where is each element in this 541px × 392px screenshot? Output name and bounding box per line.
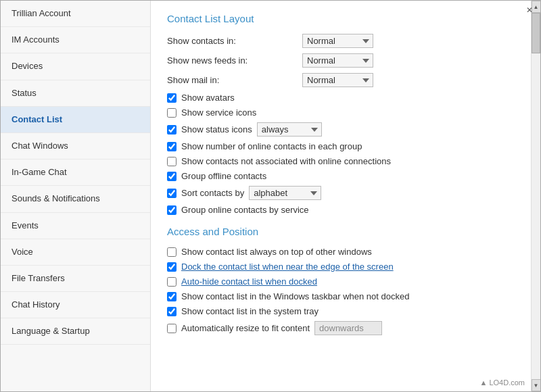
- scroll-down-arrow[interactable]: ▼: [532, 379, 541, 391]
- sidebar-item-voice[interactable]: Voice: [1, 239, 150, 266]
- sidebar-item-in-game-chat[interactable]: In-Game Chat: [1, 160, 150, 186]
- settings-sidebar: Trillian AccountIM AccountsDevicesStatus…: [1, 1, 151, 391]
- dock-near-edge-row: Dock the contact list when near the edge…: [167, 262, 515, 272]
- auto-hide-docked-label: Auto-hide contact list when docked: [181, 276, 317, 287]
- section-title-access: Access and Position: [167, 226, 515, 237]
- show-number-online-checkbox[interactable]: [167, 142, 177, 151]
- show-news-row: Show news feeds in: Normal Compact Large: [167, 53, 515, 68]
- group-offline-checkbox[interactable]: [167, 172, 177, 181]
- show-not-associated-checkbox[interactable]: [167, 157, 177, 166]
- show-avatars-row: Show avatars: [167, 93, 515, 103]
- group-online-service-checkbox[interactable]: [167, 205, 177, 215]
- auto-resize-select[interactable]: downwards upwards: [314, 321, 382, 335]
- sidebar-item-language-startup[interactable]: Language & Startup: [1, 318, 150, 345]
- auto-hide-docked-row: Auto-hide contact list when docked: [167, 276, 515, 287]
- sort-contacts-row: Sort contacts by alphabet status last me…: [167, 186, 515, 200]
- show-status-icons-label: Show status icons: [181, 124, 252, 134]
- dock-near-edge-label: Dock the contact list when near the edge…: [181, 262, 394, 272]
- windows-taskbar-row: Show contact list in the Windows taskbar…: [167, 291, 515, 301]
- auto-resize-label: Automatically resize to fit content: [181, 323, 310, 333]
- show-service-icons-checkbox[interactable]: [167, 108, 177, 118]
- sidebar-item-file-transfers[interactable]: File Transfers: [1, 266, 150, 292]
- group-offline-row: Group offline contacts: [167, 171, 515, 181]
- system-tray-label: Show contact list in the system tray: [181, 306, 319, 316]
- show-news-label: Show news feeds in:: [167, 55, 302, 66]
- sidebar-item-events[interactable]: Events: [1, 213, 150, 239]
- show-status-icons-checkbox[interactable]: [167, 125, 177, 134]
- sort-contacts-checkbox[interactable]: [167, 189, 177, 198]
- windows-taskbar-label: Show contact list in the Windows taskbar…: [181, 291, 409, 301]
- always-on-top-checkbox[interactable]: [167, 247, 177, 257]
- sidebar-item-status[interactable]: Status: [1, 80, 150, 107]
- system-tray-checkbox[interactable]: [167, 307, 177, 316]
- show-mail-row: Show mail in: Normal Compact Large: [167, 73, 515, 87]
- windows-taskbar-checkbox[interactable]: [167, 292, 177, 301]
- section-title-layout: Contact List Layout: [167, 13, 515, 24]
- sidebar-item-chat-windows[interactable]: Chat Windows: [1, 133, 150, 160]
- scroll-track: [532, 13, 540, 379]
- show-not-associated-label: Show contacts not associated with online…: [181, 156, 391, 166]
- group-online-service-row: Group online contacts by service: [167, 205, 515, 215]
- group-offline-label: Group offline contacts: [181, 171, 266, 181]
- sidebar-item-contact-list[interactable]: Contact List: [1, 107, 150, 133]
- auto-resize-row: Automatically resize to fit content down…: [167, 321, 515, 335]
- show-service-icons-label: Show service icons: [181, 107, 256, 118]
- show-contacts-label: Show contacts in:: [167, 36, 302, 46]
- show-number-online-label: Show number of online contacts in each g…: [181, 141, 362, 151]
- show-not-associated-row: Show contacts not associated with online…: [167, 156, 515, 166]
- settings-window: ✕ Trillian AccountIM AccountsDevicesStat…: [0, 0, 541, 392]
- sidebar-item-chat-history[interactable]: Chat History: [1, 292, 150, 318]
- auto-resize-checkbox[interactable]: [167, 324, 177, 333]
- system-tray-row: Show contact list in the system tray: [167, 306, 515, 316]
- show-avatars-checkbox[interactable]: [167, 93, 177, 103]
- sort-contacts-label: Sort contacts by: [181, 188, 244, 198]
- show-number-online-row: Show number of online contacts in each g…: [167, 141, 515, 151]
- show-avatars-label: Show avatars: [181, 93, 235, 103]
- close-button[interactable]: ✕: [523, 3, 536, 17]
- sidebar-item-devices[interactable]: Devices: [1, 53, 150, 80]
- settings-content: Contact List Layout Show contacts in: No…: [151, 1, 531, 391]
- show-contacts-select[interactable]: Normal Compact Large: [302, 34, 373, 48]
- group-online-service-label: Group online contacts by service: [181, 205, 309, 215]
- show-news-select[interactable]: Normal Compact Large: [302, 53, 373, 68]
- sidebar-item-trillian-account[interactable]: Trillian Account: [1, 1, 150, 27]
- scroll-thumb[interactable]: [532, 13, 540, 53]
- show-contacts-row: Show contacts in: Normal Compact Large: [167, 34, 515, 48]
- dock-near-edge-checkbox[interactable]: [167, 262, 177, 272]
- sidebar-item-im-accounts[interactable]: IM Accounts: [1, 27, 150, 53]
- show-service-icons-row: Show service icons: [167, 107, 515, 118]
- show-mail-label: Show mail in:: [167, 75, 302, 85]
- show-status-icons-select[interactable]: always when away never: [257, 122, 322, 137]
- sort-contacts-select[interactable]: alphabet status last message: [249, 186, 321, 200]
- scrollbar[interactable]: ▲ ▼: [531, 1, 540, 391]
- always-on-top-row: Show contact list always on top of other…: [167, 247, 515, 257]
- auto-hide-docked-checkbox[interactable]: [167, 277, 177, 287]
- show-status-icons-row: Show status icons always when away never: [167, 122, 515, 137]
- show-mail-select[interactable]: Normal Compact Large: [302, 73, 373, 87]
- always-on-top-label: Show contact list always on top of other…: [181, 247, 372, 257]
- sidebar-item-sounds-notifications[interactable]: Sounds & Notifications: [1, 186, 150, 212]
